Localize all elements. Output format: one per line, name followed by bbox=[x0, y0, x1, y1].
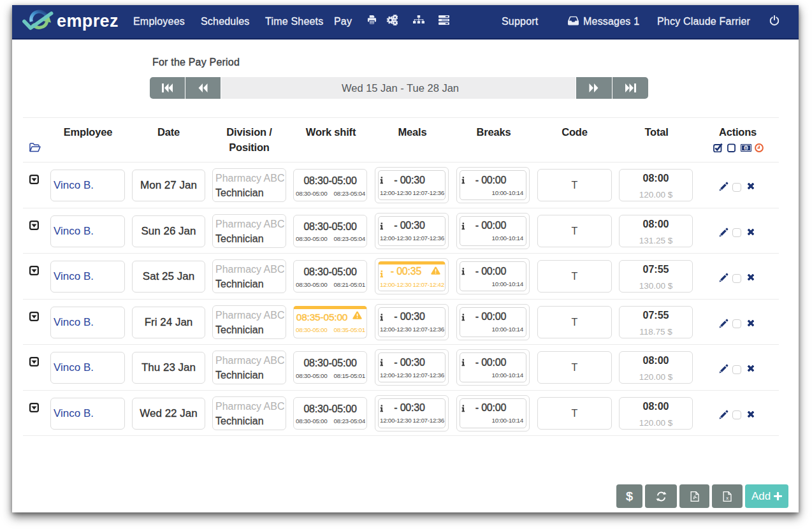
svg-text:x: x bbox=[726, 495, 729, 500]
svg-text:0: 0 bbox=[745, 146, 748, 150]
